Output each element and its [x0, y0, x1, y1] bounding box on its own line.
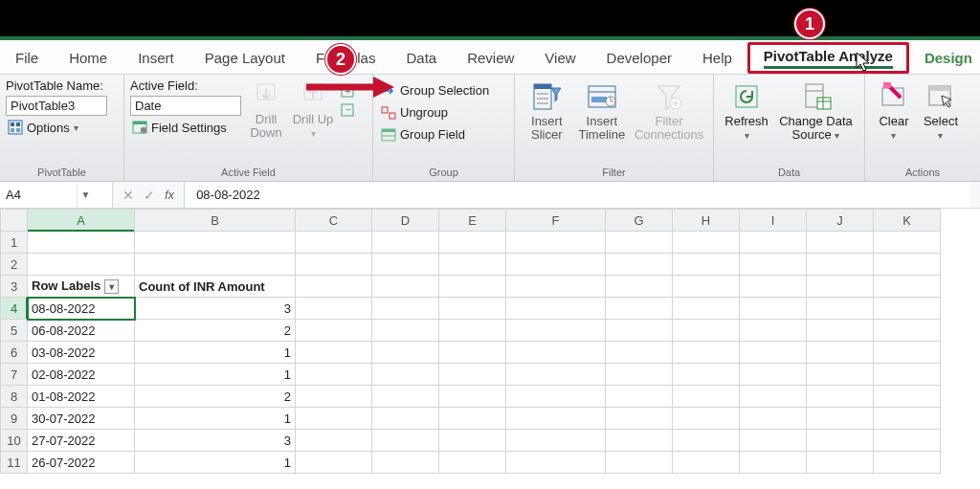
- name-box[interactable]: ▼: [0, 182, 113, 208]
- cell[interactable]: 2: [135, 320, 296, 342]
- filter-dropdown-icon[interactable]: ▼: [104, 279, 119, 294]
- row-header[interactable]: 10: [1, 430, 28, 452]
- cell[interactable]: [296, 232, 372, 254]
- cell[interactable]: [740, 386, 807, 408]
- cell[interactable]: [372, 452, 439, 474]
- cell[interactable]: [439, 298, 506, 320]
- cell[interactable]: [506, 386, 606, 408]
- cell[interactable]: [807, 276, 874, 298]
- tab-review[interactable]: Review: [452, 44, 529, 74]
- column-header[interactable]: I: [740, 210, 807, 232]
- cell[interactable]: [606, 254, 673, 276]
- row-header[interactable]: 5: [1, 320, 28, 342]
- cell[interactable]: [506, 298, 606, 320]
- cell[interactable]: [606, 298, 673, 320]
- column-header[interactable]: D: [372, 210, 439, 232]
- cell[interactable]: [874, 232, 941, 254]
- cell[interactable]: 1: [135, 364, 296, 386]
- cell[interactable]: [506, 232, 606, 254]
- cell[interactable]: [506, 364, 606, 386]
- tab-home[interactable]: Home: [54, 44, 122, 74]
- tab-data[interactable]: Data: [390, 44, 452, 74]
- cell[interactable]: [506, 254, 606, 276]
- collapse-field-icon[interactable]: −: [341, 103, 358, 117]
- pivottable-name-input[interactable]: [6, 96, 107, 116]
- cell[interactable]: [372, 254, 439, 276]
- cell[interactable]: [372, 430, 439, 452]
- cell[interactable]: [296, 320, 372, 342]
- row-header[interactable]: 3: [1, 276, 28, 298]
- cell[interactable]: [439, 342, 506, 364]
- cell[interactable]: [673, 342, 740, 364]
- insert-timeline-button[interactable]: Insert Timeline: [573, 78, 631, 143]
- active-field-input[interactable]: [130, 96, 241, 116]
- tab-insert[interactable]: Insert: [122, 44, 189, 74]
- cell[interactable]: [740, 364, 807, 386]
- cell[interactable]: [606, 276, 673, 298]
- chevron-down-icon[interactable]: ▼: [77, 183, 94, 208]
- row-header[interactable]: 7: [1, 364, 28, 386]
- cell[interactable]: [740, 232, 807, 254]
- cell[interactable]: 08-08-2022: [28, 298, 135, 320]
- drill-down-button[interactable]: Drill Down: [247, 78, 285, 141]
- row-header[interactable]: 4: [1, 298, 28, 320]
- cell[interactable]: [506, 320, 606, 342]
- cell[interactable]: [874, 430, 941, 452]
- tab-help[interactable]: Help: [687, 44, 747, 74]
- cell[interactable]: [372, 298, 439, 320]
- name-box-input[interactable]: [0, 188, 77, 202]
- cell[interactable]: [28, 232, 135, 254]
- cell[interactable]: [807, 430, 874, 452]
- column-header[interactable]: B: [135, 210, 296, 232]
- cell[interactable]: [372, 364, 439, 386]
- tab-developer[interactable]: Developer: [591, 44, 687, 74]
- cell[interactable]: 1: [135, 342, 296, 364]
- filter-connections-button[interactable]: Filter Connections: [631, 78, 707, 143]
- cell[interactable]: [439, 254, 506, 276]
- cell[interactable]: 2: [135, 386, 296, 408]
- cell[interactable]: 3: [135, 298, 296, 320]
- cell[interactable]: Row Labels▼: [28, 276, 135, 298]
- cell[interactable]: [807, 254, 874, 276]
- cell[interactable]: 06-08-2022: [28, 320, 135, 342]
- cell[interactable]: [439, 408, 506, 430]
- cell[interactable]: [807, 452, 874, 474]
- cell[interactable]: [296, 386, 372, 408]
- insert-slicer-button[interactable]: Insert Slicer: [521, 78, 573, 143]
- cell[interactable]: [439, 276, 506, 298]
- cell[interactable]: [439, 320, 506, 342]
- cell[interactable]: [506, 276, 606, 298]
- cell[interactable]: [673, 320, 740, 342]
- row-header[interactable]: 2: [1, 254, 28, 276]
- cell[interactable]: [740, 430, 807, 452]
- column-header[interactable]: J: [807, 210, 874, 232]
- cell[interactable]: [296, 342, 372, 364]
- formula-input[interactable]: 08-08-2022: [184, 182, 970, 208]
- cell[interactable]: [372, 232, 439, 254]
- cell[interactable]: [740, 408, 807, 430]
- cell[interactable]: [874, 276, 941, 298]
- cell[interactable]: [874, 452, 941, 474]
- cell[interactable]: [296, 276, 372, 298]
- cell[interactable]: [740, 342, 807, 364]
- cell[interactable]: [740, 298, 807, 320]
- cell[interactable]: [439, 386, 506, 408]
- cell[interactable]: [439, 364, 506, 386]
- field-settings-button[interactable]: Field Settings: [130, 119, 241, 136]
- cell[interactable]: [740, 320, 807, 342]
- cell[interactable]: 26-07-2022: [28, 452, 135, 474]
- cell[interactable]: [673, 232, 740, 254]
- cell[interactable]: [372, 386, 439, 408]
- cell[interactable]: [506, 430, 606, 452]
- enter-icon[interactable]: ✓: [144, 188, 155, 203]
- cell[interactable]: [439, 430, 506, 452]
- cell[interactable]: [296, 452, 372, 474]
- change-data-source-button[interactable]: Change Data Source ▾: [773, 78, 858, 143]
- cell[interactable]: [673, 430, 740, 452]
- cell[interactable]: [606, 452, 673, 474]
- row-header[interactable]: 8: [1, 386, 28, 408]
- cell[interactable]: 03-08-2022: [28, 342, 135, 364]
- fx-icon[interactable]: fx: [165, 188, 174, 202]
- cell[interactable]: [874, 386, 941, 408]
- column-header[interactable]: E: [439, 210, 506, 232]
